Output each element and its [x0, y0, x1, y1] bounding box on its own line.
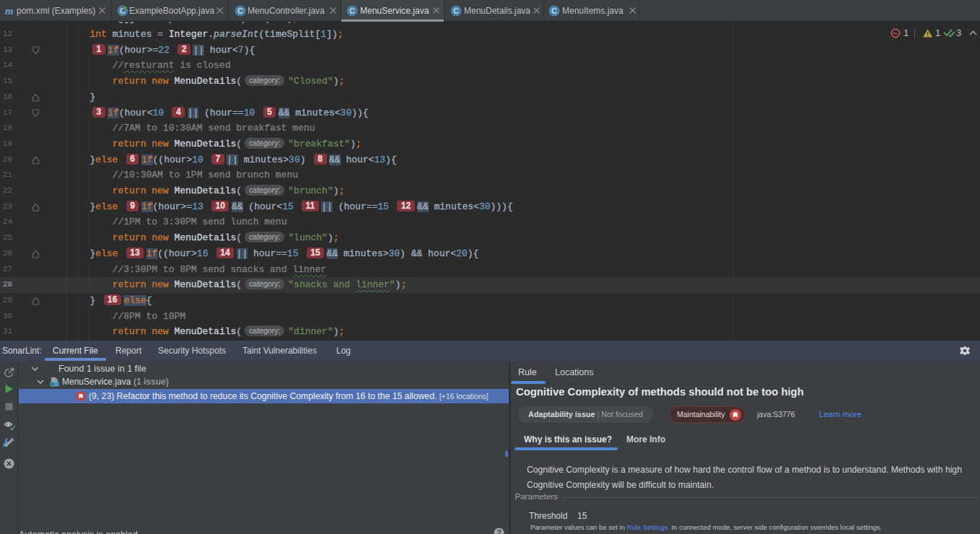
svg-text:?: ?	[496, 529, 501, 534]
svg-text:m: m	[5, 5, 14, 17]
